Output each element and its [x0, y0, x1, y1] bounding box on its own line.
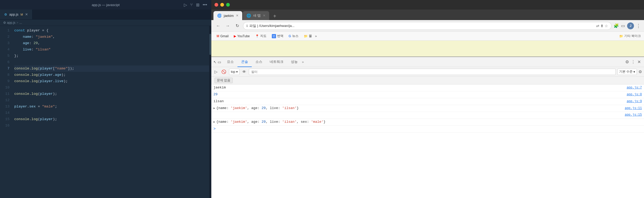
devtools-mobile-icon[interactable]: ▭	[218, 60, 221, 64]
devtools-settings-icon[interactable]: ⚙	[624, 58, 630, 65]
devtools-issues-badge[interactable]: 문제 없음	[214, 78, 233, 83]
devtools-tab-console[interactable]: 콘솔	[237, 57, 252, 67]
tab-gear-icon: ⚙	[4, 13, 7, 16]
top-dropdown-arrow: ▾	[236, 70, 238, 74]
gmail-favicon: M	[217, 34, 219, 38]
bookmark-maps[interactable]: 📍 지도	[253, 33, 269, 39]
bookmark-folder[interactable]: 📁 몰	[302, 33, 314, 39]
new-tab-button[interactable]: +	[271, 12, 279, 20]
chrome-tabbar: 🌀 jaekim ✕ 🌐 새 탭 ✕ +	[211, 10, 644, 20]
code-line-8: console.log(player.age);	[14, 72, 209, 78]
devtools-block-icon[interactable]: 🚫	[220, 68, 227, 75]
code-line-2: name: "jaekim",	[14, 34, 209, 40]
console-val-0: jaekim	[213, 86, 627, 89]
branch-icon[interactable]: ⑂	[190, 2, 193, 7]
tab-close-newtab[interactable]: ✕	[263, 14, 265, 17]
tab-filename: app.js	[9, 12, 18, 16]
console-filter-input[interactable]	[249, 69, 616, 75]
console-val-3: {name: 'jaekim', age: 29, live: 'ilsan'}	[216, 106, 625, 110]
tab-close-jaekim[interactable]: ✕	[236, 14, 239, 17]
sidebar-icon[interactable]: ▭	[621, 23, 625, 28]
code-line-7: console.log(player["name"]);	[14, 65, 209, 72]
extensions-icon[interactable]: 🧩	[614, 23, 619, 28]
code-line-11: console.log(player);	[14, 91, 209, 97]
devtools-tab-elements[interactable]: 요소	[223, 57, 237, 67]
devtools-tab-sources[interactable]: 소스	[252, 57, 266, 67]
forward-button[interactable]: →	[224, 22, 231, 30]
vscode-panel: app.js — javascipt ▷ ⑂ ⊞ ••• ⚙ app.js M …	[0, 0, 211, 198]
devtools-tabs-more[interactable]: »	[302, 60, 304, 64]
scrollbar-thumb[interactable]	[209, 34, 211, 55]
expand-icon-5[interactable]: ▶	[213, 120, 215, 124]
devtools-console-settings-icon[interactable]: ⚙	[638, 69, 642, 74]
breadcrumb-separator: >	[16, 21, 18, 25]
youtube-favicon: ▶	[234, 34, 236, 38]
devtools-level-dropdown[interactable]: 기본 수준 ▾	[617, 69, 637, 75]
folder-icon: 📁	[619, 34, 623, 38]
devtools-close-icon[interactable]: ✕	[636, 58, 642, 65]
code-area[interactable]: const player = { name: "jaekim", age: 29…	[12, 26, 209, 198]
share-icon[interactable]: ⬆	[600, 24, 604, 28]
vertical-scrollbar[interactable]	[209, 26, 211, 198]
bookmark-folder-label: 몰	[309, 34, 312, 38]
bookmark-gmail-label: Gmail	[220, 34, 228, 38]
traffic-light-minimize[interactable]	[220, 3, 224, 7]
console-link-1[interactable]: app.js:8	[627, 93, 642, 96]
chrome-browser: 🌀 jaekim ✕ 🌐 새 탭 ✕ + ← → ↻ ℹ 파일 | /Users…	[211, 0, 644, 198]
console-link-4[interactable]: app.js:15	[625, 113, 642, 117]
code-line-1: const player = {	[14, 27, 209, 34]
bookmark-news[interactable]: G 뉴스	[287, 33, 301, 39]
console-prompt-row[interactable]: >	[211, 126, 644, 133]
bookmark-icon[interactable]: ☆	[605, 24, 608, 28]
traffic-light-maximize[interactable]	[226, 3, 230, 7]
bookmarks-more[interactable]: »	[315, 34, 317, 38]
address-box[interactable]: ℹ 파일 | /Users/kimjaehwan/ja... ⇄ ⬆ ☆	[243, 22, 612, 30]
translate-icon[interactable]: ⇄	[596, 24, 599, 28]
news-favicon: G	[289, 34, 291, 38]
console-link-2[interactable]: app.js:9	[627, 100, 642, 103]
chrome-tab-newtab[interactable]: 🌐 새 탭 ✕	[243, 11, 269, 20]
bookmark-gmail[interactable]: M Gmail	[214, 33, 231, 39]
devtools-issues-bar: 문제 없음	[211, 77, 644, 84]
vscode-titlebar-icons: ▷ ⑂ ⊞ •••	[184, 2, 207, 7]
console-output[interactable]: jaekim app.js:7 29 app.js:8 ilsan app.js…	[211, 84, 644, 198]
devtools-tabbar: ↖ ▭ 요소 콘솔 소스 네트워크 성능 » ⚙ ⋮ ✕	[211, 57, 644, 67]
devtools-tab-network[interactable]: 네트워크	[266, 57, 287, 67]
traffic-light-close[interactable]	[214, 3, 218, 7]
console-row-4: app.js:15	[211, 112, 644, 119]
devtools-run-icon[interactable]: ▷	[213, 68, 219, 75]
devtools-panel: ↖ ▭ 요소 콘솔 소스 네트워크 성능 » ⚙ ⋮ ✕ ▷	[211, 56, 644, 198]
code-line-6	[14, 59, 209, 65]
more-icon[interactable]: •••	[203, 2, 207, 7]
bookmark-maps-label: 지도	[260, 34, 267, 38]
console-link-0[interactable]: app.js:7	[627, 86, 642, 89]
reload-button[interactable]: ↻	[234, 22, 241, 30]
tab-label-newtab: 새 탭	[253, 13, 261, 18]
other-bookmarks[interactable]: 📁 기타 북마크	[619, 34, 641, 38]
chrome-tab-jaekim[interactable]: 🌀 jaekim ✕	[213, 11, 242, 20]
bookmark-youtube-label: YouTube	[237, 34, 250, 38]
bookmark-youtube[interactable]: ▶ YouTube	[232, 33, 252, 39]
devtools-top-dropdown[interactable]: top ▾	[229, 69, 240, 75]
bookmark-translate[interactable]: 번 번역	[270, 33, 286, 39]
bookmark-news-label: 뉴스	[292, 34, 298, 38]
devtools-more-icon[interactable]: ⋮	[630, 58, 636, 65]
split-icon[interactable]: ⊞	[196, 2, 199, 7]
back-button[interactable]: ←	[214, 22, 222, 30]
devtools-cursor-icon[interactable]: ↖	[213, 60, 217, 64]
devtools-tab-performance[interactable]: 성능	[287, 57, 301, 67]
devtools-eye-icon[interactable]: 👁	[241, 68, 247, 75]
chrome-menu-icon[interactable]: ⋮	[636, 23, 641, 29]
editor-tab-appjs[interactable]: ⚙ app.js M ✕	[0, 10, 32, 19]
vscode-breadcrumb: ⚙ app.js > ...	[0, 20, 211, 26]
console-link-3[interactable]: app.js:11	[625, 106, 642, 110]
level-dropdown-arrow: ▾	[633, 70, 635, 74]
tab-close-icon[interactable]: ✕	[25, 12, 28, 16]
run-icon[interactable]: ▷	[184, 2, 187, 7]
profile-icon[interactable]: J	[627, 22, 634, 29]
code-line-5: };	[14, 53, 209, 59]
translate-favicon: 번	[272, 34, 276, 38]
devtools-console-toolbar: ▷ 🚫 top ▾ 👁 기본 수준 ▾ ⚙	[211, 67, 644, 77]
chrome-addressbar: ← → ↻ ℹ 파일 | /Users/kimjaehwan/ja... ⇄ ⬆…	[211, 20, 644, 32]
expand-icon-3[interactable]: ▶	[213, 106, 215, 110]
